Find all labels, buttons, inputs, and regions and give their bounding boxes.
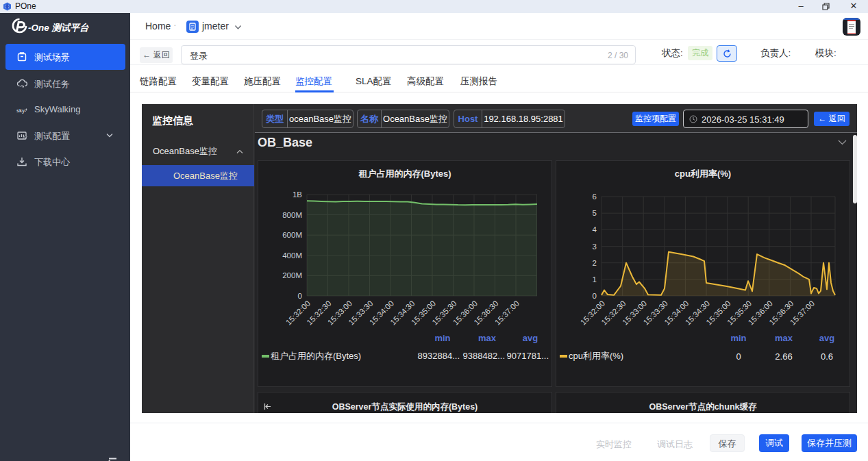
svg-text:avg: avg — [523, 333, 538, 343]
svg-text:5: 5 — [593, 209, 597, 217]
svg-text:0.6: 0.6 — [821, 351, 833, 362]
svg-text:租户占用的内存(Bytes): 租户占用的内存(Bytes) — [271, 351, 361, 361]
svg-text:4: 4 — [593, 225, 597, 234]
svg-text:2: 2 — [593, 259, 597, 267]
svg-text:3: 3 — [593, 242, 597, 251]
svg-text:avg: avg — [819, 333, 834, 343]
svg-text:0: 0 — [736, 351, 741, 362]
svg-text:400M: 400M — [282, 251, 302, 260]
svg-text:0: 0 — [593, 292, 597, 300]
svg-text:min: min — [434, 333, 450, 343]
svg-text:min: min — [730, 333, 746, 343]
svg-text:9388482...: 9388482... — [463, 351, 505, 361]
svg-text:max: max — [775, 333, 793, 343]
svg-text:9071781...: 9071781... — [507, 351, 549, 361]
svg-text:sky: sky — [16, 108, 25, 114]
svg-text:600M: 600M — [282, 231, 302, 239]
svg-text:max: max — [478, 333, 497, 343]
svg-text:cpu利用率(%): cpu利用率(%) — [569, 351, 623, 361]
svg-text:200M: 200M — [282, 271, 302, 279]
svg-text:2.66: 2.66 — [775, 351, 792, 362]
svg-text:8932884...: 8932884... — [418, 351, 460, 361]
svg-text:6: 6 — [593, 192, 597, 201]
svg-text:1: 1 — [593, 275, 597, 284]
svg-text:0: 0 — [298, 292, 302, 300]
svg-text:1B: 1B — [293, 190, 302, 199]
svg-text:800M: 800M — [282, 211, 302, 219]
